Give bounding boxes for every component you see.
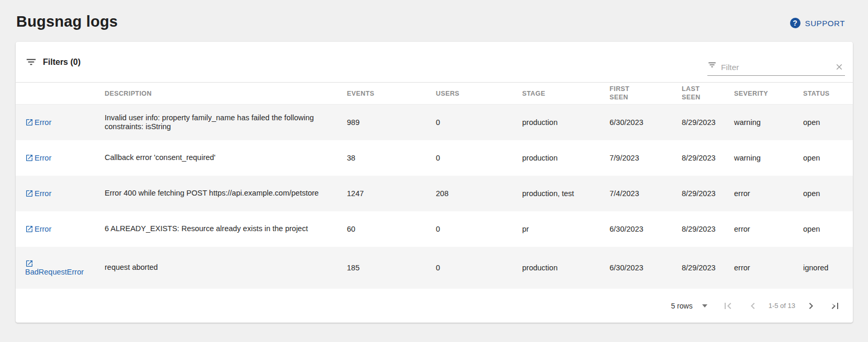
first-seen-cell: 7/4/2023 (610, 189, 682, 198)
support-link[interactable]: ? SUPPORT (790, 18, 845, 28)
error-link-label: Error (35, 225, 51, 234)
events-cell: 38 (347, 154, 436, 162)
error-link[interactable]: Error (25, 189, 51, 198)
events-cell: 1247 (347, 189, 436, 198)
error-link-cell: Error (16, 189, 92, 198)
open-in-new-icon (25, 259, 35, 268)
table-row: Error Invalid user info: property family… (16, 105, 853, 140)
last-page-icon (829, 306, 841, 314)
stage-cell: pr (522, 225, 610, 233)
column-header-events: EVENTS (347, 90, 436, 97)
page-header: Bugsnag logs ? SUPPORT (0, 0, 868, 42)
error-link[interactable]: Error (25, 225, 51, 234)
table-row: Error 6 ALREADY_EXISTS: Resource already… (16, 211, 853, 247)
column-header-severity: SEVERITY (734, 90, 803, 97)
events-cell: 60 (347, 225, 436, 233)
error-link-cell: Error (16, 118, 92, 127)
table-header-row: DESCRIPTION EVENTS USERS STAGE FIRST SEE… (16, 83, 853, 105)
table-row: Error Callback error 'consent_required' … (16, 140, 853, 176)
stage-cell: production, test (522, 189, 610, 198)
first-seen-cell: 7/9/2023 (610, 154, 682, 162)
first-page-button[interactable] (722, 300, 734, 312)
error-link[interactable]: Error (25, 118, 51, 127)
description-cell: 6 ALREADY_EXISTS: Resource already exist… (105, 224, 347, 233)
status-cell: open (803, 118, 853, 127)
description-cell: request aborted (105, 263, 347, 272)
chevron-right-icon (805, 306, 817, 314)
open-in-new-icon (25, 154, 35, 162)
users-cell: 208 (436, 189, 522, 198)
rows-per-page-select[interactable]: 5 rows (671, 302, 707, 310)
severity-cell: error (734, 225, 803, 233)
first-page-icon (722, 306, 734, 314)
severity-cell: error (734, 189, 803, 198)
users-cell: 0 (436, 118, 522, 127)
column-header-users: USERS (436, 90, 522, 97)
support-label: SUPPORT (805, 19, 845, 28)
column-header-first-seen: FIRST SEEN (610, 85, 682, 101)
error-link-cell: Error (16, 225, 92, 234)
error-link[interactable]: Error (25, 154, 51, 163)
error-link-label: Error (35, 189, 51, 198)
filter-field (707, 55, 845, 76)
last-page-button[interactable] (829, 300, 841, 312)
table-toolbar: Filters (0) (16, 42, 853, 83)
help-circle-icon: ? (790, 18, 801, 28)
error-link-label: Error (35, 154, 51, 163)
logs-card: Filters (0) DESCRIPTION EVENTS USERS STA… (16, 42, 853, 323)
events-cell: 989 (347, 118, 436, 127)
last-seen-cell: 8/29/2023 (682, 154, 734, 162)
filters-toggle[interactable]: Filters (0) (25, 56, 81, 68)
error-link[interactable]: BadRequestError (25, 259, 92, 277)
open-in-new-icon (25, 225, 35, 233)
pagination-range-label: 1-5 of 13 (769, 302, 795, 310)
status-cell: open (803, 189, 853, 198)
filters-label: Filters (0) (43, 58, 81, 67)
page-title: Bugsnag logs (16, 13, 118, 30)
filter-input[interactable] (721, 63, 829, 72)
users-cell: 0 (436, 225, 522, 233)
rows-per-page-label: 5 rows (671, 302, 692, 310)
error-link-label: BadRequestError (25, 268, 84, 277)
status-cell: ignored (803, 264, 853, 272)
severity-cell: warning (734, 118, 803, 127)
previous-page-button[interactable] (747, 300, 759, 312)
description-cell: Error 400 while fetching POST https://ap… (105, 189, 347, 198)
description-cell: Callback error 'consent_required' (105, 153, 347, 162)
stage-cell: production (522, 264, 610, 272)
chevron-left-icon (747, 306, 759, 314)
status-cell: open (803, 154, 853, 162)
stage-cell: production (522, 118, 610, 127)
open-in-new-icon (25, 189, 35, 198)
first-seen-cell: 6/30/2023 (610, 225, 682, 233)
severity-cell: warning (734, 154, 803, 162)
column-header-description: DESCRIPTION (105, 90, 347, 97)
stage-cell: production (522, 154, 610, 162)
filter-list-icon (25, 56, 37, 68)
error-link-label: Error (35, 118, 51, 127)
description-cell: Invalid user info: property family_name … (105, 113, 347, 131)
close-icon (835, 62, 844, 72)
last-seen-cell: 8/29/2023 (682, 189, 734, 198)
table-row: Error Error 400 while fetching POST http… (16, 176, 853, 211)
caret-down-icon (702, 304, 707, 307)
filter-list-icon (707, 60, 717, 72)
pagination-bar: 5 rows 1-5 of 13 (16, 289, 853, 323)
open-in-new-icon (25, 118, 35, 127)
first-seen-cell: 6/30/2023 (610, 118, 682, 127)
last-seen-cell: 8/29/2023 (682, 225, 734, 233)
last-seen-cell: 8/29/2023 (682, 264, 734, 272)
events-cell: 185 (347, 264, 436, 272)
clear-filter-button[interactable] (833, 62, 845, 72)
column-header-last-seen: LAST SEEN (682, 85, 734, 101)
status-cell: open (803, 225, 853, 233)
next-page-button[interactable] (805, 300, 817, 312)
column-header-stage: STAGE (522, 90, 610, 97)
users-cell: 0 (436, 264, 522, 272)
severity-cell: error (734, 264, 803, 272)
error-link-cell: BadRequestError (16, 259, 92, 277)
table-row: BadRequestError request aborted 185 0 pr… (16, 247, 853, 289)
first-seen-cell: 6/30/2023 (610, 264, 682, 272)
error-link-cell: Error (16, 154, 92, 163)
last-seen-cell: 8/29/2023 (682, 118, 734, 127)
